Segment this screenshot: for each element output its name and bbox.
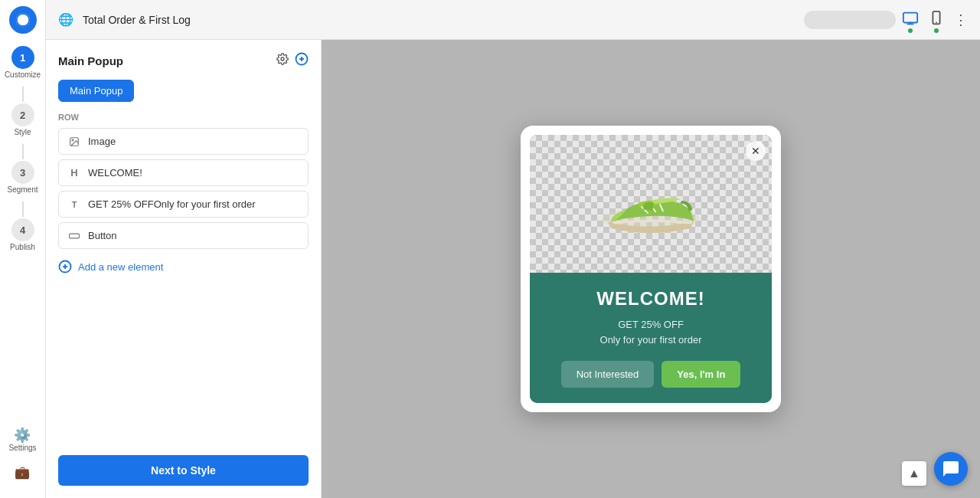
shoe-illustration [590, 165, 712, 242]
main-popup-tab[interactable]: Main Popup [58, 80, 134, 102]
svg-rect-2 [903, 12, 917, 22]
step-divider-2 [22, 144, 24, 159]
popup-image-area [530, 135, 772, 273]
add-element-label: Add a new element [78, 261, 163, 273]
popup-welcome-title: WELCOME! [545, 288, 756, 310]
text-icon: T [68, 200, 80, 209]
popup-body: WELCOME! GET 25% OFF Only for your first… [530, 273, 772, 403]
step-4-label: Publish [10, 243, 35, 251]
step-4-circle: 4 [11, 218, 34, 241]
sidebar-step-customize[interactable]: 1 Customize [5, 46, 41, 79]
step-divider-1 [22, 87, 24, 102]
sidebar-nav: 1 Customize 2 Style 3 Segment 4 Publish … [0, 0, 46, 498]
step-3-circle: 3 [11, 161, 34, 184]
offer-element-label: GET 25% OFFOnly for your first order [88, 198, 256, 210]
panel-header-icons [276, 52, 309, 69]
mobile-device-btn[interactable] [928, 10, 945, 30]
row-label: ROW [58, 113, 309, 122]
sidebar-settings[interactable]: ⚙️ Settings [8, 427, 36, 452]
panel: Main Popup Main Popup ROW Image H WELC [46, 40, 322, 498]
chat-icon [942, 460, 960, 478]
sidebar-bottom: ⚙️ Settings 💼 [8, 427, 36, 498]
image-element-label: Image [88, 136, 116, 147]
button-element-label: Button [88, 230, 117, 241]
offer-element-row[interactable]: T GET 25% OFFOnly for your first order [58, 191, 309, 218]
settings-label: Settings [8, 444, 36, 452]
step-2-circle: 2 [11, 103, 34, 126]
image-icon [68, 136, 80, 147]
more-menu-btn[interactable]: ⋮ [954, 11, 968, 28]
panel-title: Main Popup [58, 54, 123, 67]
popup-card: ✕ WELCOME! GET 25% OFF Only for your fir… [521, 126, 781, 412]
add-element-icon[interactable] [295, 52, 309, 69]
desktop-active-dot [908, 28, 913, 33]
svg-point-1 [19, 16, 26, 23]
settings-icon: ⚙️ [14, 427, 31, 444]
svg-point-10 [72, 139, 74, 141]
heading-icon: H [68, 167, 80, 179]
mobile-active-dot [934, 28, 939, 33]
popup-close-btn[interactable]: ✕ [746, 141, 766, 161]
step-1-label: Customize [5, 70, 41, 79]
briefcase-icon: 💼 [15, 465, 30, 480]
step-1-circle: 1 [11, 46, 34, 69]
yes-im-in-btn[interactable]: Yes, I'm In [662, 361, 740, 388]
briefcase-btn[interactable]: 💼 [8, 458, 36, 486]
topbar-search [804, 11, 896, 29]
canvas: ✕ WELCOME! GET 25% OFF Only for your fir… [322, 40, 980, 498]
welcome-element-row[interactable]: H WELCOME! [58, 159, 309, 186]
sidebar-step-publish[interactable]: 4 Publish [10, 218, 35, 251]
chat-btn[interactable] [934, 452, 968, 486]
topbar-right: ⋮ [902, 10, 968, 30]
not-interested-btn[interactable]: Not Interested [561, 361, 655, 388]
step-divider-3 [22, 201, 24, 217]
sidebar-step-segment[interactable]: 3 Segment [7, 161, 38, 194]
panel-footer: Next to Style [58, 443, 309, 486]
desktop-device-btn[interactable] [902, 10, 919, 30]
app-logo[interactable] [9, 6, 37, 34]
svg-point-4 [936, 21, 937, 23]
welcome-element-label: WELCOME! [88, 167, 142, 179]
popup-inner: ✕ WELCOME! GET 25% OFF Only for your fir… [530, 135, 772, 403]
tab-buttons: Main Popup [58, 80, 309, 102]
topbar: 🌐 Total Order & First Log ⋮ [46, 0, 980, 40]
step-3-label: Segment [7, 185, 38, 194]
svg-point-5 [281, 57, 284, 61]
main-content: Main Popup Main Popup ROW Image H WELC [46, 40, 980, 498]
chevron-up-icon: ▲ [908, 467, 920, 480]
panel-header: Main Popup [58, 52, 309, 69]
popup-buttons: Not Interested Yes, I'm In [545, 361, 756, 388]
sidebar-step-style[interactable]: 2 Style [11, 103, 34, 136]
panel-settings-icon[interactable] [276, 53, 289, 68]
popup-offer-text: GET 25% OFF Only for your first order [545, 317, 756, 347]
image-element-row[interactable]: Image [58, 128, 309, 155]
button-icon [68, 233, 80, 239]
next-to-style-btn[interactable]: Next to Style [58, 455, 309, 486]
topbar-title: Total Order & First Log [83, 14, 798, 26]
scroll-top-btn[interactable]: ▲ [902, 461, 926, 486]
svg-rect-11 [70, 234, 80, 238]
globe-icon: 🌐 [58, 12, 74, 27]
step-2-label: Style [14, 128, 31, 136]
button-element-row[interactable]: Button [58, 222, 309, 249]
add-element-btn[interactable]: Add a new element [58, 260, 309, 274]
